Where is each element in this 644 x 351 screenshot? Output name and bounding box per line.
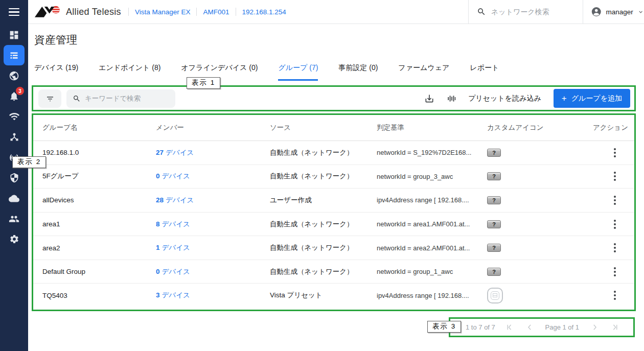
row-actions-button[interactable] — [610, 171, 620, 182]
row-actions-button[interactable] — [610, 266, 620, 277]
column-header-custom-icon: カスタムアイコン — [487, 123, 589, 132]
keyword-search-input[interactable] — [85, 95, 162, 102]
table-row: area2 1デバイス 自動生成（ネットワーク） networkId = are… — [33, 236, 634, 260]
chevron-down-icon — [637, 8, 644, 16]
network-name-link[interactable]: AMF001 — [203, 8, 229, 16]
pagination-range: 1 to 7 of 7 — [466, 323, 495, 331]
group-source: 自動生成（ネットワーク） — [270, 148, 377, 157]
user-menu[interactable]: manager — [583, 0, 644, 24]
column-header-name: グループ名 — [42, 123, 156, 132]
members-link[interactable]: 1デバイス — [156, 243, 270, 252]
table-row: Default Group 0デバイス 自動生成（ネットワーク） network… — [33, 260, 634, 284]
page-title: 資産管理 — [34, 33, 77, 47]
row-actions-button[interactable] — [610, 147, 620, 158]
group-criteria: networkId = area2.AMF001.at... — [377, 244, 487, 252]
row-actions-button[interactable] — [610, 242, 620, 253]
members-link[interactable]: 27デバイス — [156, 148, 270, 157]
tab-firmware[interactable]: ファームウェア — [398, 63, 449, 81]
top-bar: Allied Telesis Vista Manager EX AMF001 1… — [28, 0, 644, 24]
last-page-button[interactable] — [610, 323, 619, 332]
cloud-icon — [9, 193, 19, 204]
brand-mark-icon — [34, 5, 62, 18]
add-group-label: グループを追加 — [571, 94, 622, 103]
access-point-icon[interactable] — [487, 288, 503, 303]
group-criteria: ipv4Address range [ 192.168.... — [377, 196, 487, 204]
settings-gear-icon — [9, 234, 19, 244]
group-source: 自動生成（ネットワーク） — [270, 220, 377, 229]
filter-icon — [45, 94, 55, 103]
add-group-button[interactable]: + グループを追加 — [554, 89, 630, 108]
row-actions-button[interactable] — [610, 195, 620, 206]
app-name-link[interactable]: Vista Manager EX — [135, 8, 191, 16]
row-actions-button[interactable] — [610, 219, 620, 230]
members-link[interactable]: 8デバイス — [156, 220, 270, 229]
sidebar-item-wireless[interactable] — [0, 106, 28, 127]
table-row: allDevices 28デバイス ユーザー作成 ipv4Address ran… — [33, 189, 634, 213]
group-source: ユーザー作成 — [270, 196, 377, 205]
next-page-button[interactable] — [590, 323, 599, 332]
unknown-device-icon: ? — [487, 268, 501, 276]
group-name: 5Fグループ — [42, 172, 156, 181]
download-icon — [424, 93, 434, 104]
members-link[interactable]: 0デバイス — [156, 267, 270, 276]
toolbar-actions: プリセットを読み込み + グループを追加 — [424, 89, 634, 108]
breadcrumb: Vista Manager EX AMF001 192.168.1.254 — [128, 8, 286, 16]
table-header: グループ名 メンバー ソース 判定基準 カスタムアイコン アクション — [33, 115, 634, 141]
dashboard-icon — [9, 30, 19, 40]
sidebar-item-network-services[interactable] — [0, 127, 28, 147]
group-source: 自動生成（ネットワーク） — [270, 172, 377, 181]
asset-management-icon — [9, 50, 19, 61]
filter-button[interactable] — [38, 89, 61, 108]
avatar-icon — [591, 5, 602, 18]
tab-endpoints[interactable]: エンドポイント (8) — [99, 63, 160, 81]
sidebar-item-asset-management[interactable] — [0, 45, 28, 65]
allied-telesis-logo: Allied Telesis — [28, 5, 121, 18]
sidebar-item-security[interactable] — [0, 168, 28, 188]
divider — [196, 8, 197, 16]
annotation-label-1: 表示 1 — [187, 77, 220, 89]
network-search-input[interactable] — [491, 8, 573, 16]
row-actions-button[interactable] — [610, 290, 620, 301]
toolbar-highlight-box: プリセットを読み込み + グループを追加 — [32, 85, 636, 111]
group-name: 192.168.1.0 — [42, 149, 156, 156]
sidebar-item-network-map[interactable] — [0, 65, 28, 86]
tab-groups[interactable]: グループ (7) — [278, 63, 318, 81]
table-row: area1 8デバイス 自動生成（ネットワーク） networkId = are… — [33, 213, 634, 237]
keyword-search — [66, 89, 175, 108]
pager-controls: Page 1 of 1 — [505, 323, 634, 332]
sidebar-item-cloud[interactable] — [0, 188, 28, 208]
export-button[interactable] — [424, 93, 434, 104]
unknown-device-icon: ? — [487, 172, 501, 180]
group-source: 自動生成（ネットワーク） — [270, 243, 377, 252]
column-header-criteria: 判定基準 — [377, 123, 487, 132]
group-criteria: ipv4Address range [ 192.168.... — [377, 292, 487, 299]
members-link[interactable]: 28デバイス — [156, 196, 270, 205]
security-shield-icon — [9, 173, 19, 183]
previous-page-button[interactable] — [525, 323, 534, 332]
hamburger-menu-icon[interactable] — [0, 0, 28, 24]
tab-provision[interactable]: 事前設定 (0) — [338, 63, 378, 81]
wifi-icon — [9, 111, 20, 122]
pagination-highlight-box: 1 to 7 of 7 Page 1 of 1 — [449, 317, 635, 337]
members-link[interactable]: 3デバイス — [156, 291, 270, 300]
tab-devices[interactable]: デバイス (19) — [34, 63, 78, 81]
controller-ip-link[interactable]: 192.168.1.254 — [242, 8, 286, 16]
search-icon — [477, 7, 486, 16]
network-hub-icon — [9, 132, 19, 142]
brand-name: Allied Telesis — [66, 7, 121, 17]
group-source: 自動生成（ネットワーク） — [270, 267, 377, 276]
sidebar-item-dashboard[interactable] — [0, 25, 28, 45]
column-settings-button[interactable] — [447, 94, 456, 103]
unknown-device-icon: ? — [487, 220, 501, 228]
first-page-button[interactable] — [505, 323, 514, 332]
tab-reports[interactable]: レポート — [470, 63, 499, 81]
sidebar-nav: 3 — [0, 25, 28, 249]
sidebar-item-settings[interactable] — [0, 229, 28, 249]
sidebar-item-events[interactable]: 3 — [0, 86, 28, 106]
members-link[interactable]: 0デバイス — [156, 172, 270, 181]
load-preset-button[interactable]: プリセットを読み込み — [468, 94, 541, 103]
annotation-label-2: 表示 2 — [12, 156, 46, 168]
sidebar-item-user-management[interactable] — [0, 208, 28, 229]
group-name: area2 — [42, 244, 156, 252]
table-highlight-box: グループ名 メンバー ソース 判定基準 カスタムアイコン アクション 192.1… — [32, 113, 636, 311]
